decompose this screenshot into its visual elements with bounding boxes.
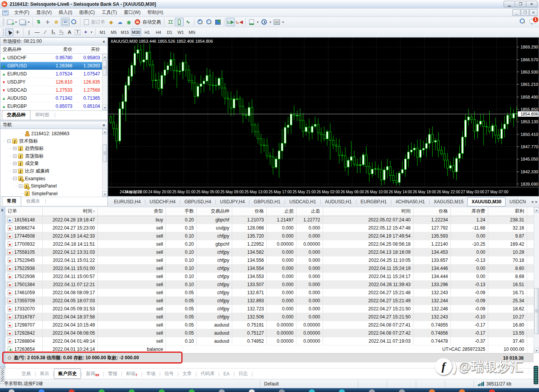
navigator-scrollbar[interactable]: ▲ ▼ — [102, 129, 107, 197]
chart-tab-USDJPYH4[interactable]: USDJPY,H4 — [216, 198, 248, 206]
toolbar-grip[interactable] — [3, 18, 4, 25]
restore-button[interactable]: ❐ — [515, 1, 526, 7]
taskbar-app-icon[interactable] — [369, 389, 375, 392]
toolbar-grip2[interactable] — [3, 29, 4, 36]
terminal-tab-6[interactable]: 市场 — [142, 369, 159, 379]
taskbar-app-icon[interactable] — [429, 389, 435, 392]
crosshair-tool[interactable]: ✛ — [13, 28, 22, 36]
market-row-audusd[interactable]: ▲AUDUSD0.713420.71365 — [0, 94, 107, 102]
notifications-icon[interactable]: 1 — [529, 19, 536, 24]
terminal-tab-7[interactable]: 信号 — [161, 369, 177, 379]
market-watch-close-icon[interactable]: × — [103, 39, 105, 44]
col-6-c[interactable]: 止损 — [266, 207, 296, 216]
scroll-thumb[interactable] — [534, 288, 539, 334]
timeframe-h1[interactable]: H1 — [142, 28, 152, 36]
nav-item-8[interactable]: fSimplePanel — [0, 190, 107, 196]
menu-item-W[interactable]: 窗口(W) — [121, 8, 144, 16]
order-row-17522936[interactable]: 175229362022.04.11 15:00:57sell0.10chfjp… — [5, 272, 534, 280]
expand-icon[interactable]: + — [13, 162, 17, 165]
chart-tab-EURGBPH1[interactable]: EURGBP,H1 — [357, 198, 391, 206]
market-row-eurgbp[interactable]: ▲EURGBP0.850730.85104 — [0, 102, 107, 111]
market-row-usdcad[interactable]: ▼USDCAD1.275331.27568 — [0, 86, 107, 94]
order-row-17501384[interactable]: 175013842022.04.11 07:12:21sell0.10chfjp… — [5, 280, 534, 288]
order-row-17355709[interactable]: 173557092022.04.05 18:07:03sell0.05chfjp… — [5, 297, 534, 305]
nav-item-0[interactable]: 2116412: 1828663 — [0, 130, 107, 137]
order-row-18156148[interactable]: 181561482022.04.28 19:18:47buy0.20gbpchf… — [5, 216, 534, 224]
col-5-c[interactable]: 价格 — [232, 207, 266, 216]
taskbar-app-icon[interactable] — [399, 389, 405, 392]
taskbar-app-icon[interactable] — [159, 389, 165, 392]
taskbar-app-icon[interactable] — [309, 389, 315, 392]
col-9-c[interactable]: 价格 — [413, 207, 450, 216]
collapse-icon[interactable]: − — [19, 184, 22, 188]
col-1-c[interactable]: 时间 ▿ — [42, 207, 97, 216]
scroll-up-icon[interactable]: ▲ — [102, 54, 107, 59]
terminal-close-icon[interactable]: x — [1, 208, 3, 212]
market-watch-titlebar[interactable]: 市场报价: 08:21:00 × — [0, 38, 107, 45]
autotrade-button[interactable] — [133, 18, 142, 26]
search-icon[interactable] — [519, 18, 526, 24]
col-10-c[interactable]: 库存费 — [450, 207, 488, 216]
timeframe-d1[interactable]: D1 — [164, 28, 175, 36]
new-chart-button[interactable] — [5, 18, 14, 26]
taskbar-app-icon[interactable] — [99, 389, 105, 392]
vertical-line-tool[interactable]: | — [25, 28, 33, 36]
taskbar-app-icon[interactable] — [279, 389, 285, 392]
nav-item-7[interactable]: −fSimplePanel — [0, 183, 107, 190]
tab-favorites[interactable]: 收藏夹 — [21, 196, 45, 206]
profiles-dropdown[interactable]: ▼ — [27, 21, 30, 23]
taskbar-app-icon[interactable] — [339, 389, 345, 392]
new-chart-dropdown[interactable]: ▼ — [15, 21, 17, 23]
order-row-17298707[interactable]: 172987072022.04.04 10:15:49sell0.05audus… — [5, 321, 534, 329]
minimize-button[interactable]: ▁ — [504, 1, 515, 7]
price-chart[interactable]: XAUUSD,M30 1853.446 1855.526 1852.406 18… — [108, 37, 539, 196]
terminal-tab-11[interactable]: 日志 — [234, 369, 251, 379]
timeframe-m1[interactable]: M1 — [97, 28, 108, 36]
cursor-tool[interactable] — [5, 28, 13, 36]
publisher-button[interactable]: ☁ — [116, 18, 124, 26]
terminal-tab-0[interactable]: 交易 — [18, 369, 35, 379]
terminal-tab-10[interactable]: EA — [219, 370, 233, 378]
indicators-dropdown[interactable]: ▼ — [256, 21, 259, 23]
col-ask[interactable]: 买价 — [75, 46, 102, 53]
menu-item-I[interactable]: 插入(I) — [55, 8, 75, 16]
chart-shift-button[interactable]: ⊾◀ — [235, 18, 244, 26]
menu-item-H[interactable]: 帮助(H) — [144, 8, 167, 16]
order-row-18086274[interactable]: 180862742022.04.27 15:23:00sell0.15usdjp… — [5, 224, 534, 232]
col-symbol[interactable]: 交易品种 — [0, 46, 46, 53]
scroll-thumb[interactable] — [103, 144, 107, 162]
scroll-thumb[interactable] — [103, 60, 107, 75]
chart-tab-AUDUSDH1[interactable]: AUDUSD,H1 — [321, 198, 355, 206]
chart-tab-EURUSDH4[interactable]: EURUSD,H4 — [110, 198, 144, 206]
templates-button[interactable] — [273, 18, 281, 26]
windows-taskbar[interactable] — [0, 388, 539, 392]
candle-chart-button[interactable] — [175, 18, 184, 26]
terminal-tab-9[interactable]: 代码库 — [197, 369, 218, 379]
close-button[interactable]: ✕ — [526, 1, 537, 7]
terminal-toggle[interactable] — [61, 18, 70, 26]
shapes-tool[interactable]: ✦ — [82, 28, 90, 36]
text-label-tool[interactable]: T — [74, 28, 82, 36]
tab-common[interactable]: 常用 — [2, 196, 21, 206]
order-row-17332070[interactable]: 173320702022.04.05 09:31:53sell0.05chfjp… — [5, 305, 534, 313]
order-row-17744508[interactable]: 177445082022.04.19 14:42:33sell0.10chfjp… — [5, 232, 534, 240]
col-4-c[interactable]: 交易品种 — [196, 207, 232, 216]
col-bid[interactable]: 卖价 — [46, 46, 75, 53]
terminal-tab-5[interactable]: 邮箱7 — [122, 369, 141, 379]
collapse-icon[interactable]: − — [7, 139, 11, 143]
new-order-label[interactable]: 新订单 — [91, 19, 105, 25]
chart-tab-GBPUSDH4[interactable]: GBPUSD,H4 — [181, 198, 215, 206]
chart-tab-XAGUSDM15[interactable]: XAGUSD,M15 — [430, 198, 467, 206]
col-2-c[interactable]: 类型 — [97, 207, 166, 216]
terminal-tab-4[interactable]: 警报 — [104, 369, 121, 379]
chart-window-icon[interactable] — [2, 10, 8, 15]
taskbar-app-icon[interactable] — [69, 389, 75, 392]
scroll-down-icon[interactable]: ▼ — [534, 348, 539, 353]
market-row-gbpusd[interactable]: ▲GBPUSD1.263661.26393 — [0, 62, 107, 70]
table-header-row[interactable]: 订单时间 ▿类型手数交易品种价格止损止盈时间价格库存费获利 — [5, 207, 534, 216]
tab-symbols[interactable]: 交易品种 — [2, 110, 30, 120]
tabs-scroll-left-icon[interactable]: ◂ — [531, 199, 533, 204]
taskbar-app-icon[interactable] — [219, 389, 225, 392]
chart-tab-GBPUSDH1[interactable]: GBPUSD,H1 — [250, 198, 284, 206]
chart-tab-USDCADH1[interactable]: USDCAD,H1 — [286, 198, 320, 206]
